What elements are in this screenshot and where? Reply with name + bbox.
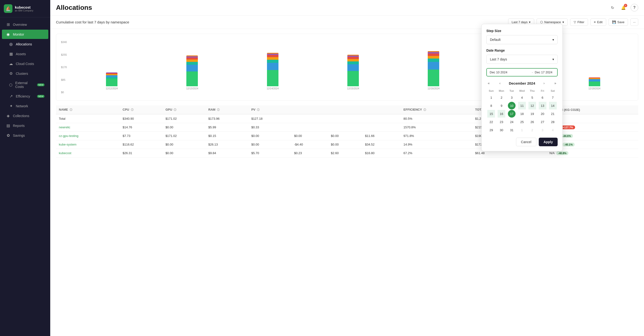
cal-day-6[interactable]: 6: [539, 94, 546, 101]
status-badge: +127.7%: [561, 125, 575, 129]
cal-day-30[interactable]: 30: [498, 126, 505, 134]
th-ram-info[interactable]: ⓘ: [217, 108, 220, 111]
sidebar-item-label: Savings: [13, 134, 25, 137]
cal-day-22[interactable]: 22: [487, 118, 495, 126]
sidebar-item-overview[interactable]: ⊞ Overview: [2, 20, 48, 29]
bar-seg: [428, 62, 439, 69]
cal-day-24[interactable]: 24: [508, 118, 516, 126]
sidebar-item-collections[interactable]: ◈ Collections: [2, 111, 48, 120]
cal-day-jan1[interactable]: 1: [518, 126, 526, 134]
cal-day-jan2[interactable]: 2: [528, 126, 536, 134]
bar-stack-7: [589, 77, 600, 86]
cal-day-25[interactable]: 25: [518, 118, 526, 126]
notifications-button[interactable]: 🔔 5: [620, 4, 627, 11]
cal-day-10[interactable]: 10: [508, 102, 516, 109]
cal-day-jan3[interactable]: 3: [539, 126, 546, 134]
cal-day-27[interactable]: 27: [539, 118, 546, 126]
cal-day-9[interactable]: 9: [498, 102, 505, 109]
sidebar-item-reports[interactable]: ▤ Reports: [2, 121, 48, 130]
date-end-input[interactable]: [535, 70, 575, 74]
cal-day-7[interactable]: 7: [549, 94, 557, 101]
cal-next-next-button[interactable]: »: [553, 80, 558, 86]
cal-day-1[interactable]: 1: [487, 94, 495, 101]
th-gpu-info[interactable]: ⓘ: [174, 108, 176, 111]
row-name-kubecost[interactable]: kubecost: [59, 151, 71, 155]
cal-day-17[interactable]: 17: [508, 110, 516, 118]
reports-icon: ▤: [6, 123, 10, 128]
bar-group-7: 12/18/2024: [556, 77, 633, 90]
row-name-newrelic[interactable]: newrelic: [59, 125, 70, 129]
cal-day-28[interactable]: 28: [549, 118, 557, 126]
network-icon: ✦: [8, 104, 14, 108]
cal-day-12[interactable]: 12: [528, 102, 536, 109]
row-pv: $0.00: [248, 140, 291, 149]
th-cpu-info[interactable]: ⓘ: [131, 108, 134, 111]
cancel-button[interactable]: Cancel: [516, 138, 536, 146]
cal-day-14[interactable]: 14: [549, 102, 557, 109]
more-button[interactable]: ···: [630, 18, 638, 26]
more-icon: ···: [633, 20, 636, 24]
sidebar-item-network[interactable]: ✦ Network: [2, 101, 48, 111]
sidebar-item-assets[interactable]: ▦ Assets: [2, 49, 48, 58]
sidebar-item-savings[interactable]: ✿ Savings: [2, 131, 48, 140]
cal-day-19[interactable]: 19: [528, 110, 536, 118]
bar-seg: [347, 64, 359, 71]
cal-day-11[interactable]: 11: [518, 102, 526, 109]
sidebar-item-allocations[interactable]: ◎ Allocations: [2, 39, 48, 49]
sidebar-item-external-costs[interactable]: ⬡ External Costs NEW: [2, 79, 48, 91]
date-range-panel: Step Size Default ▾ Date Range Last 7 da…: [481, 24, 563, 151]
th-name-info[interactable]: ⓘ: [70, 108, 72, 111]
bar-label-4: 12/15/2024: [347, 87, 359, 90]
date-range-select[interactable]: Last 7 days ▾: [486, 55, 558, 64]
row-cpu: $7.73: [120, 132, 163, 140]
sidebar-item-monitor[interactable]: ◉ Monitor: [2, 30, 48, 39]
sidebar-item-efficiency[interactable]: ↗ Efficiency NEW: [2, 91, 48, 101]
th-pv-info[interactable]: ⓘ: [257, 108, 260, 111]
cal-day-23[interactable]: 23: [498, 118, 505, 126]
cal-next-button[interactable]: ›: [542, 80, 546, 86]
cal-prev-button[interactable]: ‹: [498, 80, 502, 86]
save-button[interactable]: 💾 Save: [608, 18, 628, 26]
sidebar-item-label: Reports: [13, 124, 25, 128]
date-start-input[interactable]: [490, 70, 530, 74]
cal-day-31[interactable]: 31: [508, 126, 516, 134]
cal-day-26[interactable]: 26: [528, 118, 536, 126]
edit-label: Edit: [597, 20, 602, 24]
cal-day-18[interactable]: 18: [518, 110, 526, 118]
cal-day-jan4[interactable]: 4: [549, 126, 557, 134]
cal-prev-prev-button[interactable]: «: [486, 80, 491, 86]
row-efficiency: 1570.8%: [401, 123, 472, 132]
edit-button[interactable]: ≡ Edit: [590, 18, 606, 26]
bar-seg: [428, 56, 439, 58]
cal-day-13[interactable]: 13: [539, 102, 546, 109]
refresh-button[interactable]: ↻: [608, 4, 616, 11]
row-gpu: $0.00: [163, 123, 206, 132]
cal-day-5[interactable]: 5: [528, 94, 536, 101]
bar-seg: [186, 58, 198, 59]
cal-day-16[interactable]: 16: [498, 110, 505, 118]
sidebar-item-cloud-costs[interactable]: ☁ Cloud Costs: [2, 59, 48, 68]
cal-day-29[interactable]: 29: [487, 126, 495, 134]
sidebar-item-clusters[interactable]: ⚙ Clusters: [2, 69, 48, 78]
sidebar-item-label: External Costs: [15, 81, 35, 89]
cal-day-4[interactable]: 4: [518, 94, 526, 101]
sidebar-item-label: Overview: [13, 23, 27, 26]
step-size-select[interactable]: Default ▾: [486, 35, 558, 44]
row-gpu: $0.00: [163, 140, 206, 149]
filter-button[interactable]: ▽ Filter: [570, 18, 588, 26]
row-name-cz-gpu[interactable]: cz-gpu-testing: [59, 134, 78, 138]
last7days-label: Last 7 days: [512, 20, 528, 24]
apply-button[interactable]: Apply: [539, 138, 558, 146]
help-button[interactable]: ?: [630, 4, 638, 11]
cal-day-8[interactable]: 8: [487, 102, 495, 109]
cal-day-20[interactable]: 20: [539, 110, 546, 118]
cal-day-2[interactable]: 2: [498, 94, 505, 101]
row-name-kube-system[interactable]: kube-system: [59, 143, 76, 146]
step-size-label: Step Size: [486, 29, 558, 33]
row-efficiency: 14.9%: [401, 140, 472, 149]
page-title: Allocations: [56, 4, 92, 11]
th-efficiency-info[interactable]: ⓘ: [424, 108, 426, 111]
cal-day-15[interactable]: 15: [487, 110, 495, 118]
cal-day-21[interactable]: 21: [549, 110, 557, 118]
cal-day-3[interactable]: 3: [508, 94, 516, 101]
